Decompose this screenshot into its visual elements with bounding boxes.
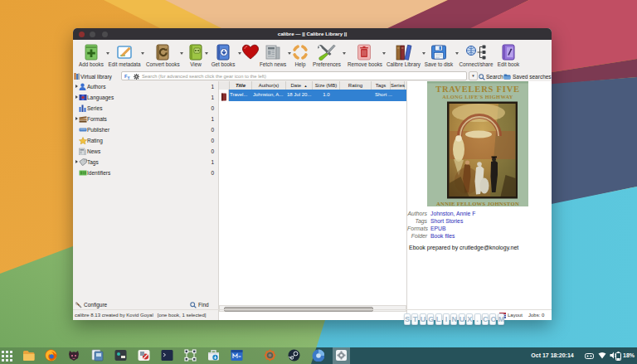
- svg-text:ALONG LIFE'S HIGHWAY: ALONG LIFE'S HIGHWAY: [442, 94, 513, 99]
- svg-text:TRAVELERS FIVE: TRAVELERS FIVE: [435, 85, 520, 94]
- svg-text:ANNIE FELLOWS JOHNSTON: ANNIE FELLOWS JOHNSTON: [436, 201, 519, 206]
